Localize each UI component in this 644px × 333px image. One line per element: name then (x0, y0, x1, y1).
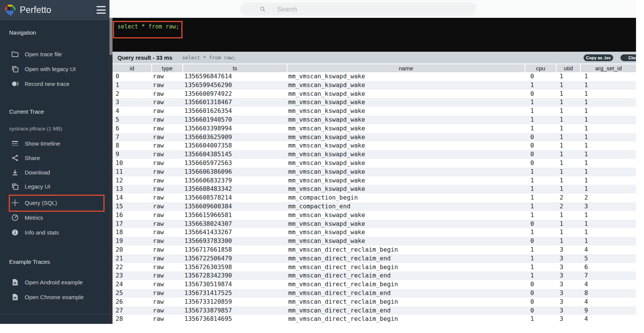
cell-id: 2 (113, 90, 152, 98)
cell-name: mm_vmscan_kswapd_wake (287, 133, 525, 142)
sidebar-item-label: Legacy UI (25, 183, 51, 190)
sidebar-item-legacy-ui[interactable]: Legacy UI (0, 180, 109, 192)
cell-type: raw (152, 185, 183, 193)
cell-utid: 1 (557, 116, 581, 124)
table-row: 16raw1356615966581mm_vmscan_kswapd_wake1… (113, 211, 636, 220)
cell-type: raw (152, 228, 183, 237)
cell-cpu: 1 (525, 81, 557, 90)
cell-id: 26 (113, 298, 152, 306)
cell-id: 24 (113, 280, 152, 289)
cell-type: raw (152, 271, 183, 280)
cell-name: mm_vmscan_kswapd_wake (287, 237, 525, 246)
cell-ts: 1356606386096 (183, 168, 287, 176)
cell-name: mm_vmscan_kswapd_wake (287, 185, 525, 193)
cell-name: mm_vmscan_kswapd_wake (287, 107, 525, 116)
cell-name: mm_vmscan_direct_reclaim_begin (287, 280, 525, 289)
search-input[interactable]: Search (240, 3, 476, 16)
section-title-navigation: Navigation (9, 29, 36, 36)
perfetto-logo-icon (4, 4, 17, 17)
cell-ts: 1356608483342 (183, 185, 287, 193)
table-row: 12raw1356606832379mm_vmscan_kswapd_wake1… (113, 176, 636, 185)
cell-id: 9 (113, 150, 152, 159)
cell-id: 14 (113, 193, 152, 202)
sidebar-item-metrics[interactable]: Metrics (0, 211, 109, 224)
cell-name: mm_vmscan_kswapd_wake (287, 90, 525, 98)
sidebar-item-open-with-legacy-ui[interactable]: Open with legacy UI (0, 63, 109, 75)
table-row: 8raw1356604007358mm_vmscan_kswapd_wake01… (113, 141, 636, 150)
doc-icon (11, 278, 19, 286)
cell-cpu: 0 (525, 141, 557, 150)
cell-name: mm_vmscan_kswapd_wake (287, 220, 525, 228)
cell-ts: 1356733120859 (183, 298, 287, 306)
cell-ts: 1356601318467 (183, 98, 287, 107)
scrollbar-thumb[interactable] (109, 18, 113, 55)
cell-arg-set-id: 1 (581, 176, 636, 185)
cell-name: mm_vmscan_kswapd_wake (287, 211, 525, 220)
cell-id: 15 (113, 202, 152, 211)
sidebar-item-info-and-stats[interactable]: Info and stats (0, 226, 109, 238)
cell-id: 19 (113, 237, 152, 246)
column-header-type: type (152, 64, 183, 72)
cell-cpu: 0 (525, 133, 557, 142)
cell-type: raw (152, 193, 183, 202)
cell-cpu: 1 (525, 254, 557, 263)
close-results-button[interactable]: Close (620, 54, 636, 61)
cell-utid: 1 (557, 220, 581, 228)
sidebar-item-open-chrome-example[interactable]: Open Chrome example (0, 291, 109, 303)
table-row: 15raw1356609600384mm_compaction_end123 (113, 202, 636, 211)
copy-as-tsv-button[interactable]: Copy as .tsv (584, 54, 613, 61)
doc-icon (11, 293, 19, 301)
cell-cpu: 1 (525, 211, 557, 220)
cell-id: 1 (113, 81, 152, 90)
cell-arg-set-id: 5 (581, 254, 636, 263)
search-placeholder: Search (277, 6, 297, 13)
cell-arg-set-id: 1 (581, 107, 636, 116)
cell-name: mm_vmscan_direct_reclaim_end (287, 289, 525, 298)
cell-type: raw (152, 159, 183, 168)
cell-ts: 1356604007358 (183, 141, 287, 150)
cell-utid: 1 (557, 228, 581, 237)
cell-ts: 1356606832379 (183, 176, 287, 185)
cell-cpu: 0 (525, 150, 557, 159)
cell-utid: 3 (557, 271, 581, 280)
cell-arg-set-id: 1 (581, 228, 636, 237)
sidebar-item-show-timeline[interactable]: Show timeline (0, 137, 109, 149)
cell-utid: 3 (557, 315, 581, 323)
sidebar-item-record-new-trace[interactable]: Record new trace (0, 78, 109, 90)
results-table: 0raw1356596847614mm_vmscan_kswapd_wake01… (113, 72, 636, 324)
cell-name: mm_vmscan_kswapd_wake (287, 98, 525, 107)
column-header-ts: ts (183, 64, 287, 72)
cell-utid: 3 (557, 289, 581, 298)
sidebar-item-share[interactable]: Share (0, 152, 109, 164)
cell-cpu: 1 (525, 263, 557, 272)
cell-id: 22 (113, 263, 152, 272)
sidebar-item-label: Open Android example (25, 279, 83, 285)
sidebar-item-open-android-example[interactable]: Open Android example (0, 276, 109, 288)
cell-id: 6 (113, 124, 152, 133)
table-row: 23raw1356728342390mm_vmscan_direct_recla… (113, 271, 636, 280)
cell-cpu: 1 (525, 98, 557, 107)
table-row: 20raw1356717661858mm_vmscan_direct_recla… (113, 246, 636, 254)
cell-ts: 1356596847614 (183, 72, 287, 81)
results-table-header: idtypetsnamecpuutidarg_set_id (113, 64, 636, 72)
cell-arg-set-id: 1 (581, 211, 636, 220)
table-row: 26raw1356733120859mm_vmscan_direct_recla… (113, 298, 636, 306)
cell-id: 13 (113, 185, 152, 193)
hamburger-menu-icon[interactable] (97, 6, 106, 14)
table-row: 24raw1356730519874mm_vmscan_direct_recla… (113, 280, 636, 289)
annotation-box-query-text (113, 21, 182, 38)
info-icon (11, 228, 19, 236)
sidebar-item-download[interactable]: Download (0, 166, 109, 178)
cell-id: 18 (113, 228, 152, 237)
cell-arg-set-id: 6 (581, 263, 636, 272)
cell-arg-set-id: 4 (581, 298, 636, 306)
sql-query-editor[interactable]: select * from raw; (113, 18, 636, 52)
cell-name: mm_vmscan_kswapd_wake (287, 150, 525, 159)
cell-ts: 1356730519874 (183, 280, 287, 289)
query-result-bar: Query result - 33 ms select * from raw; … (113, 52, 636, 63)
cell-cpu: 0 (525, 90, 557, 98)
cell-cpu: 1 (525, 315, 557, 323)
cell-ts: 1356609600384 (183, 202, 287, 211)
sidebar-item-open-trace-file[interactable]: Open trace file (0, 48, 109, 60)
cell-utid: 1 (557, 98, 581, 107)
